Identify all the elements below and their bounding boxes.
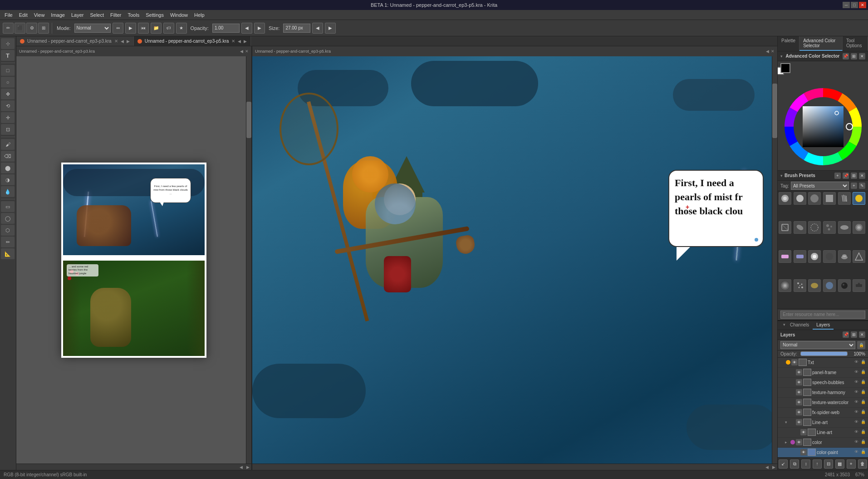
mode-select[interactable]: Normal [74,24,111,33]
menu-file[interactable]: File [2,11,15,19]
brush-item-6[interactable] [779,221,791,234]
menu-tools[interactable]: Tools [125,11,142,19]
blend-mode-select[interactable]: Normal [780,341,855,349]
brush-item-23[interactable] [853,279,865,292]
record-btn[interactable]: ⏮ [138,23,149,34]
rect-shape-btn[interactable]: ▭ [1,201,15,212]
layer-item-2[interactable]: 👁speech-bubbles👁🔒 [778,378,868,388]
brush-tag-edit-btn[interactable]: ✎ [859,183,865,189]
tool-options-tab[interactable]: Tool Options [843,36,868,51]
layer-item-5[interactable]: 👁fx-spider-web👁🔒 [778,408,868,418]
brush-tool-btn[interactable]: 🖌 [1,139,15,150]
layer-lock-icon[interactable]: 🔒 [861,400,866,405]
brush-item-18[interactable] [779,279,791,292]
layer-lock-icon[interactable]: 🔒 [861,410,866,415]
fg-color-swatch[interactable] [780,63,790,73]
move-btn[interactable]: ✛ [1,112,15,123]
menu-image[interactable]: Image [48,11,68,19]
brush-item-22[interactable] [838,279,851,292]
menu-layer[interactable]: Layer [69,11,87,19]
opacity-slider[interactable] [800,351,848,356]
folder-btn[interactable]: 📁 [151,23,162,34]
window-controls[interactable]: ─ □ ✕ [843,2,866,8]
menu-settings[interactable]: Settings [143,11,167,19]
layer-extra-vis[interactable]: 👁 [854,360,860,365]
rect-select-btn[interactable]: □ [1,65,15,76]
brush-item-14[interactable] [808,250,821,263]
select-tool-btn[interactable]: ⊹ [1,38,15,49]
left-scroll-thumb[interactable] [246,102,251,138]
layer-lock-btn[interactable]: 🔒 [857,341,865,349]
right-doc-tab[interactable]: Unnamed - pepper-and-carrot_ep3-p5.kra ✕… [134,36,251,46]
panel-collapse-icon[interactable]: ▾ [780,54,783,59]
layer-item-1[interactable]: 👁panel-frame👁🔒 [778,368,868,378]
preset-icon-btn[interactable]: ⬛ [15,23,25,34]
layer-lock-icon[interactable]: 🔒 [861,370,866,375]
layer-move-btn[interactable]: ↕ [801,459,810,469]
layer-lock-icon[interactable]: 🔒 [861,390,866,395]
minimize-button[interactable]: ─ [843,2,850,8]
menu-edit[interactable]: Edit [16,11,30,19]
right-vertical-scrollbar[interactable] [772,56,777,464]
right-scroll-left[interactable]: ◀ [764,465,770,469]
brush-float-btn[interactable]: ⊞ [851,173,857,179]
left-vertical-scrollbar[interactable] [246,56,251,464]
layer-group-btn[interactable]: ▦ [835,459,844,469]
layer-lock-icon[interactable]: 🔒 [861,380,866,385]
size-up-btn[interactable]: ▶ [325,23,336,34]
tag-btn[interactable]: 🏷 [163,23,174,34]
right-tab-close[interactable]: ✕ [231,39,235,44]
right-scroll-right[interactable]: ▶ [770,465,777,469]
fill-tool-btn[interactable]: ⬤ [1,163,15,173]
brush-item-16[interactable] [838,250,851,263]
brush-tag-add-btn[interactable]: + [851,183,857,189]
color-square-v[interactable] [803,106,843,147]
gradient-tool-btn[interactable]: ◑ [1,174,15,185]
layer-visibility-btn[interactable]: 👁 [800,449,807,455]
layer-extra-vis[interactable]: 👁 [854,400,860,405]
menu-window[interactable]: Window [167,11,191,19]
brush-item-8[interactable] [808,221,821,234]
menu-help[interactable]: Help [191,11,207,19]
brush-item-12[interactable] [779,250,791,263]
color-pin-btn[interactable]: 📌 [843,53,849,59]
layer-extra-vis[interactable]: 👁 [854,390,860,395]
main-canvas[interactable]: First, I need a pearls of mist fr those … [252,56,777,464]
brush-item-11[interactable] [853,221,865,234]
right-tab-nav-left[interactable]: ◀ [238,39,241,44]
left-tab-nav-left[interactable]: ◀ [121,39,124,44]
crop-btn[interactable]: ⊡ [1,124,15,135]
channels-tab[interactable]: Channels [786,321,813,330]
layer-extra-vis[interactable]: 👁 [854,380,860,385]
brush-icon-btn[interactable]: ✏ [3,23,14,34]
brush-close-btn[interactable]: ✕ [859,173,865,179]
left-scroll-left[interactable]: ◀ [238,465,245,469]
layer-item-0[interactable]: 👁Txt👁🔒 [778,358,868,368]
layer-add-btn[interactable]: + [847,459,856,469]
layer-lock-icon[interactable]: 🔒 [861,439,866,445]
eraser-tool-btn[interactable]: ⌫ [1,151,15,162]
layer-flatten-btn[interactable]: ⊟ [824,459,833,469]
color-wheel-container[interactable] [782,86,864,168]
grid-btn[interactable]: ⊞ [38,23,49,34]
right-scroll-thumb[interactable] [772,84,777,138]
layer-visibility-btn[interactable]: 👁 [800,429,807,435]
poly-btn[interactable]: ⬡ [1,225,15,236]
opacity-up-btn[interactable]: ▶ [254,23,265,34]
tool-opt-btn[interactable]: ⚙ [26,23,37,34]
layer-visibility-btn[interactable]: 👁 [796,379,802,385]
color-float-btn[interactable]: ⊞ [851,53,857,59]
layers-pin-btn[interactable]: 📌 [843,331,849,338]
brush-item-17[interactable] [853,250,865,263]
opacity-down-btn[interactable]: ◀ [241,23,252,34]
brush-item-4[interactable] [838,192,851,205]
left-tab-close[interactable]: ✕ [114,39,118,44]
brush-item-21[interactable] [823,279,836,292]
layer-item-9[interactable]: 👁color-paint👁🔒 [778,448,868,458]
layer-item-4[interactable]: 👁texture-watercolor👁🔒 [778,398,868,408]
brush-item-7[interactable] [794,221,806,234]
brush-item-0[interactable] [779,192,791,205]
brush-item-10[interactable] [838,221,851,234]
layer-visibility-btn[interactable]: 👁 [796,399,802,405]
layers-close-btn[interactable]: ✕ [859,331,865,338]
